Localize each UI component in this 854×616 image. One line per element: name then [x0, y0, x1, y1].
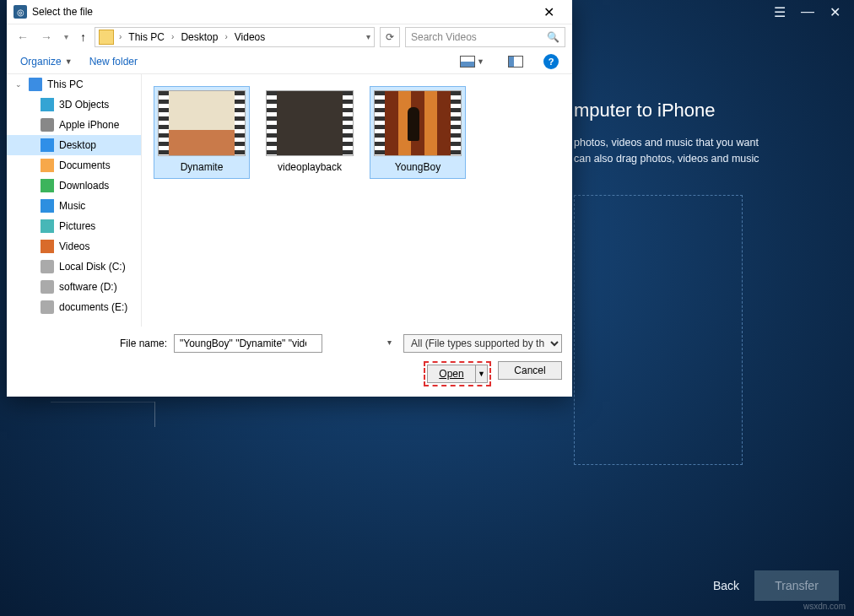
chevron-down-icon[interactable]: ▾ — [366, 32, 370, 41]
sidebar-item-label: documents (E:) — [59, 301, 127, 313]
folder-icon — [41, 300, 54, 314]
view-mode-button[interactable]: ▼ — [457, 56, 488, 68]
tree-root-this-pc[interactable]: ⌄ This PC — [7, 74, 141, 95]
preview-pane-button[interactable] — [505, 56, 527, 68]
sidebar-item[interactable]: Music — [7, 196, 141, 216]
breadcrumb[interactable]: › This PC › Desktop › Videos ▾ — [95, 27, 375, 47]
sidebar-item[interactable]: Desktop — [7, 135, 141, 155]
filename-label: File name: — [17, 338, 167, 349]
file-tile[interactable]: videoplayback — [262, 86, 358, 179]
file-tile[interactable]: Dynamite — [154, 86, 250, 179]
open-split-icon[interactable]: ▼ — [475, 365, 487, 382]
file-open-dialog: ◎ Select the file ✕ ← → ▾ ↑ › This PC › … — [7, 0, 572, 397]
sidebar-item[interactable]: software (D:) — [7, 277, 141, 297]
search-icon[interactable]: 🔍 — [547, 31, 559, 43]
dialog-close-icon[interactable]: ✕ — [532, 4, 565, 20]
app-window-controls: ☰ — ✕ — [774, 0, 854, 24]
folder-icon — [41, 179, 54, 192]
minimize-icon[interactable]: — — [801, 4, 814, 19]
chevron-right-icon[interactable]: › — [117, 32, 123, 41]
back-button[interactable]: Back — [713, 579, 739, 592]
nav-recent-icon[interactable]: ▾ — [61, 32, 72, 41]
dialog-title: Select the file — [32, 6, 527, 18]
folder-icon — [41, 98, 54, 111]
video-thumbnail — [374, 90, 462, 156]
nav-back-icon[interactable]: ← — [14, 30, 32, 44]
sidebar-item-label: Videos — [59, 240, 89, 252]
search-field[interactable] — [411, 31, 542, 43]
chevron-right-icon[interactable]: › — [223, 32, 229, 41]
open-highlight: Open ▼ — [424, 361, 491, 386]
drop-zone[interactable] — [574, 195, 743, 465]
sidebar-item-label: software (D:) — [59, 281, 117, 293]
breadcrumb-seg[interactable]: Desktop — [177, 31, 221, 43]
organize-button[interactable]: Organize▼ — [20, 56, 73, 68]
list-icon[interactable]: ☰ — [774, 4, 786, 20]
sidebar-item-label: Local Disk (C:) — [59, 261, 126, 273]
sidebar-item-label: Desktop — [59, 139, 96, 151]
breadcrumb-seg[interactable]: Videos — [231, 31, 268, 43]
sidebar-item-label: Apple iPhone — [59, 119, 119, 131]
nav-forward-icon: → — [37, 30, 56, 44]
refresh-icon[interactable]: ⟳ — [380, 27, 400, 47]
page-title: mputer to iPhone — [574, 100, 716, 122]
folder-icon — [41, 219, 54, 233]
sidebar-item[interactable]: Local Disk (C:) — [7, 257, 141, 277]
sidebar-tree[interactable]: ⌄ This PC 3D ObjectsApple iPhoneDesktopD… — [7, 74, 142, 327]
sidebar-item[interactable]: Documents — [7, 155, 141, 176]
sidebar-item-label: Pictures — [59, 220, 95, 232]
folder-icon — [99, 30, 114, 45]
search-input[interactable]: 🔍 — [405, 27, 565, 47]
filename-input[interactable] — [174, 334, 322, 353]
sidebar-item[interactable]: Videos — [7, 236, 141, 257]
sidebar-item-label: Documents — [59, 159, 111, 171]
folder-icon — [41, 138, 54, 152]
folder-icon — [41, 280, 54, 294]
watermark: wsxdn.com — [803, 602, 846, 611]
cancel-button[interactable]: Cancel — [498, 361, 562, 380]
nav-up-icon[interactable]: ↑ — [77, 30, 89, 44]
transfer-button[interactable]: Transfer — [754, 570, 839, 601]
sidebar-item[interactable]: documents (E:) — [7, 297, 141, 317]
new-folder-button[interactable]: New folder — [89, 56, 138, 68]
sidebar-item[interactable]: Downloads — [7, 176, 141, 196]
chevron-down-icon: ▼ — [65, 57, 73, 66]
folder-icon — [41, 260, 54, 273]
file-label: YoungBoy — [372, 161, 463, 173]
sidebar-item[interactable]: Apple iPhone — [7, 115, 141, 135]
help-icon[interactable]: ? — [543, 54, 559, 69]
sidebar-item-label: Music — [59, 200, 85, 212]
file-type-filter[interactable]: All (File types supported by the — [403, 334, 562, 353]
close-icon[interactable]: ✕ — [830, 4, 840, 20]
sidebar-item[interactable]: 3D Objects — [7, 95, 141, 115]
breadcrumb-seg[interactable]: This PC — [125, 31, 168, 43]
folder-icon — [41, 159, 54, 172]
video-thumbnail — [266, 90, 354, 156]
file-list[interactable]: DynamitevideoplaybackYoungBoy — [142, 74, 572, 327]
pc-icon — [29, 78, 42, 91]
file-tile[interactable]: YoungBoy — [370, 86, 466, 179]
folder-icon — [41, 240, 54, 253]
file-label: videoplayback — [264, 161, 355, 173]
chevron-down-icon[interactable]: ⌄ — [15, 80, 22, 89]
page-desc: photos, videos and music that you want c… — [574, 135, 793, 167]
sidebar-item[interactable]: Pictures — [7, 216, 141, 236]
video-thumbnail — [158, 90, 246, 156]
open-button[interactable]: Open ▼ — [427, 365, 488, 383]
chevron-right-icon[interactable]: › — [170, 32, 176, 41]
folder-icon — [41, 199, 54, 213]
folder-icon — [41, 118, 54, 132]
app-icon: ◎ — [14, 5, 27, 19]
sidebar-item-label: Downloads — [59, 180, 109, 192]
sidebar-item-label: 3D Objects — [59, 99, 109, 111]
file-label: Dynamite — [156, 161, 247, 173]
